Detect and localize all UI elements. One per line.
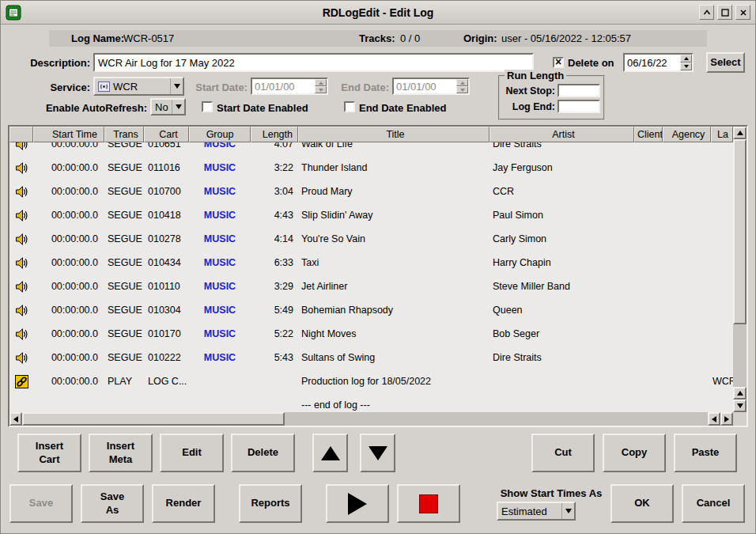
cell-artist: Queen [490,298,634,322]
cell-start-time: 00:00:00.0 [33,227,104,251]
horizontal-scroll-thumb[interactable] [22,412,285,426]
log-row[interactable]: 00:00:00.0SEGUE010651MUSIC4:07Walk of Li… [9,142,733,156]
log-row[interactable]: 00:00:00.0SEGUE010222MUSIC5:43Sultans of… [9,346,733,369]
cell-artist: Dire Straits [490,346,634,369]
start-date-label: Start Date: [188,80,248,96]
insert-cart-button[interactable]: Insert Cart [17,434,81,472]
end-date-label: End Date: [335,80,389,96]
column-header-artist[interactable]: Artist [490,127,634,142]
column-header-length[interactable]: Length [251,127,298,142]
service-combo[interactable]: WCR [93,77,184,96]
show-start-times-combo[interactable]: Estimated [497,502,576,521]
tracks-label: Tracks: [359,30,395,47]
chevron-down-icon [172,100,184,114]
vertical-scrollbar[interactable] [733,127,747,412]
cell-trans: SEGUE [104,142,144,156]
start-date-enabled-checkbox[interactable] [202,101,213,112]
cell-label: WCR- [711,369,733,393]
spin-up-icon [684,57,689,60]
cancel-button[interactable]: Cancel [682,484,745,523]
cell-artist: Bob Seger [490,322,634,346]
column-header-agency[interactable]: Agency [663,127,711,142]
reports-button[interactable]: Reports [239,484,302,523]
cell-title: Night Moves [298,322,490,346]
delete-date-input[interactable] [625,55,680,70]
speaker-icon [15,185,28,199]
start-date-enabled-label: Start Date Enabled [217,100,308,116]
column-header-start-time[interactable]: Start Time [33,127,104,142]
log-row[interactable]: 00:00:00.0SEGUE010278MUSIC4:14You're So … [9,227,733,251]
delete-date-up-button[interactable] [680,55,692,62]
column-header-cart[interactable]: Cart [144,127,189,142]
shade-button[interactable] [699,5,714,20]
move-down-button[interactable] [360,434,395,472]
scroll-down-button[interactable] [733,400,747,412]
horizontal-scrollbar[interactable] [9,412,733,426]
cell-group: MUSIC [189,142,251,156]
select-button[interactable]: Select [706,52,745,73]
delete-date-down-button[interactable] [680,62,692,70]
ok-button[interactable]: OK [610,484,674,523]
scrollbar-corner [733,412,747,426]
scroll-left-button-right[interactable] [708,412,720,426]
cell-cart: 010700 [144,180,189,203]
cell-title: Walk of Life [298,142,490,156]
delete-date-spinbox[interactable] [623,53,694,72]
scroll-up-button[interactable] [733,127,747,139]
play-button[interactable] [326,484,389,523]
column-header-client[interactable]: Client [634,127,663,142]
cell-client [634,251,663,275]
log-row[interactable]: 00:00:00.0SEGUE010418MUSIC4:43Slip Slidi… [9,203,733,227]
column-header-trans[interactable]: Trans [104,127,144,142]
log-row[interactable]: 00:00:00.0SEGUE010110MUSIC3:29Jet Airlin… [9,275,733,298]
cell-agency [663,227,711,251]
cut-button[interactable]: Cut [531,434,595,472]
scroll-right-button[interactable] [720,412,733,426]
speaker-icon [9,180,33,203]
save-as-button[interactable]: Save As [81,484,144,523]
stop-button[interactable] [397,484,460,523]
log-table-rows: 00:00:00.0SEGUE010651MUSIC4:07Walk of Li… [9,142,733,412]
cell-group: MUSIC [189,251,251,275]
cell-start-time: 00:00:00.0 [33,142,104,156]
cell-artist: Harry Chapin [490,251,634,275]
insert-meta-button[interactable]: Insert Meta [89,434,153,472]
log-row[interactable]: 00:00:00.0SEGUE010170MUSIC5:22Night Move… [9,322,733,346]
cell-artist: Steve Miller Band [490,275,634,298]
log-row[interactable]: 00:00:00.0SEGUE010304MUSIC5:49Bohemian R… [9,298,733,322]
copy-button[interactable]: Copy [603,434,666,472]
log-row[interactable]: 00:00:00.0SEGUE010434MUSIC6:33TaxiHarry … [9,251,733,275]
edit-button[interactable]: Edit [160,434,224,472]
end-date-enabled-checkbox[interactable] [344,101,355,112]
start-date-down-button [315,86,327,93]
render-button[interactable]: Render [152,484,215,523]
close-button[interactable] [735,5,750,20]
log-row[interactable]: 00:00:00.0PLAYLOG C...Production log for… [9,369,733,393]
log-row[interactable]: 00:00:00.0SEGUE010700MUSIC3:04Proud Mary… [9,180,733,203]
autorefresh-combo[interactable]: No [150,98,186,116]
cell-length: 3:22 [251,156,298,180]
vertical-scroll-thumb[interactable] [733,139,747,324]
scroll-up-button-bottom[interactable] [733,387,747,400]
cell-start-time: 00:00:00.0 [33,322,104,346]
delete-button[interactable]: Delete [231,434,295,472]
maximize-button[interactable] [717,5,732,20]
column-header-icon[interactable] [9,127,33,142]
left-arrow-icon [712,416,716,422]
cell-trans: SEGUE [104,275,144,298]
paste-button[interactable]: Paste [674,434,737,472]
up-arrow-icon [737,131,743,135]
delete-on-checkbox[interactable]: × [553,57,564,68]
move-up-button[interactable] [312,434,348,472]
description-input[interactable] [93,53,534,72]
scroll-left-button[interactable] [9,412,22,426]
column-header-la[interactable]: La [711,127,733,142]
titlebar[interactable]: RDLogEdit - Edit Log [1,1,755,25]
log-row[interactable]: 00:00:00.0SEGUE011016MUSIC3:22Thunder Is… [9,156,733,180]
column-header-title[interactable]: Title [298,127,490,142]
log-row[interactable]: --- end of log --- [9,393,733,412]
column-header-group[interactable]: Group [189,127,251,142]
cell-trans: SEGUE [104,346,144,369]
speaker-icon [9,203,33,227]
end-date-input [394,79,456,93]
